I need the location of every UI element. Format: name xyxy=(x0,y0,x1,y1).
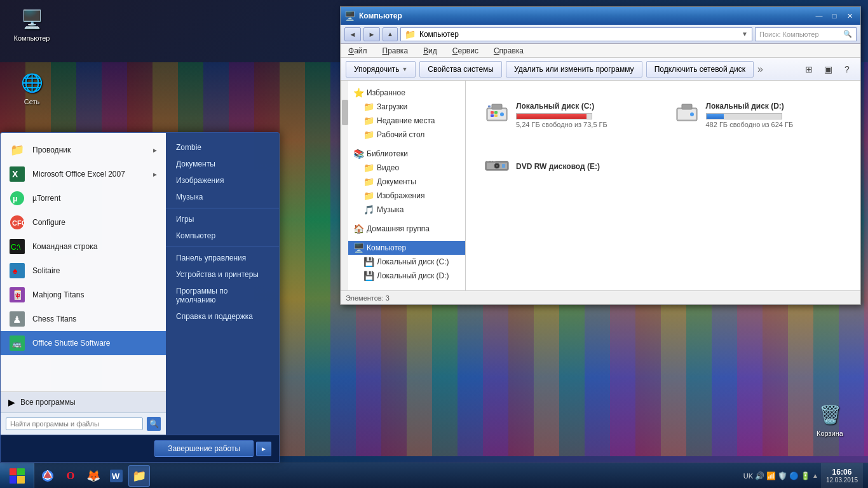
drive-d-icon xyxy=(674,99,700,130)
tree-item-d[interactable]: 💾 Локальный диск (D:) xyxy=(348,269,465,283)
show-hidden-icons[interactable]: ▲ xyxy=(812,472,818,479)
recycle-icon-label: Корзина xyxy=(817,430,843,437)
tray-icon-battery: 🔋 xyxy=(801,471,810,480)
svg-rect-7 xyxy=(491,114,494,117)
tree-item-documents[interactable]: 📁 Документы xyxy=(348,175,465,189)
right-music[interactable]: Музыка xyxy=(166,189,279,205)
tree-item-homegroup[interactable]: 🏠 Домашняя группа xyxy=(348,222,465,236)
forward-button[interactable]: ► xyxy=(363,27,380,41)
start-button[interactable] xyxy=(0,463,34,489)
right-documents[interactable]: Документы xyxy=(166,156,279,172)
explorer-app-name: Проводник xyxy=(32,146,71,154)
svg-point-16 xyxy=(496,165,498,167)
app-chess[interactable]: ♟ Chess Titans xyxy=(1,307,166,331)
tree-item-images[interactable]: 📁 Изображения xyxy=(348,189,465,203)
drive-d-item[interactable]: Локальный диск (D:) 482 ГБ свободно из 6… xyxy=(668,93,848,136)
svg-rect-18 xyxy=(502,164,505,168)
preview-pane-button[interactable]: ▣ xyxy=(820,61,836,78)
tree-item-computer[interactable]: 🖥️ Компьютер xyxy=(348,241,465,255)
network-drive-button[interactable]: Подключить сетевой диск xyxy=(646,61,754,78)
right-help[interactable]: Справка и поддержка xyxy=(166,308,279,325)
shutdown-options-button[interactable]: ► xyxy=(256,442,271,456)
clock-date: 12.03.2015 xyxy=(826,477,858,484)
organize-button[interactable]: Упорядочить ▼ xyxy=(346,61,416,78)
desktop-icon-computer[interactable]: 🖥️ Компьютер xyxy=(6,6,57,42)
app-shuttle[interactable]: 🚌 Office Shuttle Software xyxy=(1,331,166,355)
nav-scrollbar[interactable] xyxy=(341,81,348,290)
video-label: Видео xyxy=(377,163,399,172)
organize-arrow-icon: ▼ xyxy=(402,66,407,72)
tree-item-favorites[interactable]: ⭐ Избранное xyxy=(348,86,465,100)
menu-tools[interactable]: Сервис xyxy=(450,45,481,57)
right-devices[interactable]: Устройства и принтеры xyxy=(166,266,279,283)
details-pane-button[interactable]: ⊞ xyxy=(801,61,817,78)
drive-c-item[interactable]: Локальный диск (C:) 5,24 ГБ свободно из … xyxy=(478,93,658,136)
taskbar-opera[interactable]: O xyxy=(60,465,81,487)
homegroup-icon: 🏠 xyxy=(353,224,364,234)
more-commands-icon[interactable]: » xyxy=(757,64,763,75)
explorer-app-arrow: ► xyxy=(152,147,158,154)
files-area: Локальный диск (C:) 5,24 ГБ свободно из … xyxy=(466,81,860,290)
all-programs-button[interactable]: ▶ Все программы xyxy=(1,392,166,412)
right-control-panel[interactable]: Панель управления xyxy=(166,247,279,266)
excel-app-name: Microsoft Office Excel 2007 xyxy=(32,170,125,179)
system-properties-button[interactable]: Свойства системы xyxy=(419,61,502,78)
menu-view[interactable]: Вид xyxy=(421,45,440,57)
downloads-icon: 📁 xyxy=(363,102,374,112)
search-bar[interactable]: Поиск: Компьютер 🔍 xyxy=(755,27,857,41)
menu-file[interactable]: Файл xyxy=(346,45,370,57)
drive-d-tree-icon: 💾 xyxy=(363,271,374,281)
right-computer[interactable]: Компьютер xyxy=(166,227,279,244)
taskbar-firefox[interactable]: 🦊 xyxy=(83,465,104,487)
right-defaults[interactable]: Программы по умолчанию xyxy=(166,283,279,308)
shutdown-button[interactable]: Завершение работы xyxy=(154,440,254,457)
minimize-button[interactable]: — xyxy=(812,10,826,22)
back-button[interactable]: ◄ xyxy=(344,27,361,41)
taskbar-explorer[interactable]: 📁 xyxy=(128,465,150,487)
dvd-e-info: DVD RW дисковод (E:) xyxy=(516,162,600,173)
desktop-icon-network[interactable]: 🌐 Сеть xyxy=(6,70,57,105)
search-text: Поиск: Компьютер xyxy=(759,30,819,38)
tree-item-c[interactable]: 💾 Локальный диск (C:) xyxy=(348,255,465,269)
recent-label: Недавние места xyxy=(377,116,435,125)
dvd-e-item[interactable]: DVD DVD RW дисковод (E:) xyxy=(478,146,658,189)
taskbar-word[interactable]: W xyxy=(105,465,127,487)
chess-app-icon: ♟ xyxy=(8,310,26,328)
tree-item-libraries[interactable]: 📚 Библиотеки xyxy=(348,147,465,161)
excel-app-arrow: ► xyxy=(152,171,158,178)
close-button[interactable]: ✕ xyxy=(843,10,857,22)
app-mahjong[interactable]: 🀄 Mahjong Titans xyxy=(1,283,166,307)
address-text: Компьютер xyxy=(419,30,459,39)
excel-app-icon: X xyxy=(8,165,26,183)
uninstall-button[interactable]: Удалить или изменить программу xyxy=(506,61,642,78)
tree-item-downloads[interactable]: 📁 Загрузки xyxy=(348,100,465,114)
clock[interactable]: 16:06 12.03.2015 xyxy=(821,463,863,488)
right-images[interactable]: Изображения xyxy=(166,172,279,189)
search-submit-button[interactable]: 🔍 xyxy=(147,417,161,431)
desktop-icon-recycle[interactable]: 🗑️ Корзина xyxy=(804,402,855,437)
app-solitaire[interactable]: ♠ Solitaire xyxy=(1,259,166,283)
menu-edit[interactable]: Правка xyxy=(380,45,411,57)
app-excel[interactable]: X Microsoft Office Excel 2007 ► xyxy=(1,162,166,186)
tree-item-music[interactable]: 🎵 Музыка xyxy=(348,203,465,217)
address-bar[interactable]: 📁 Компьютер ▼ xyxy=(400,27,752,41)
uninstall-label: Удалить или изменить программу xyxy=(514,65,634,74)
right-games[interactable]: Игры xyxy=(166,208,279,227)
help-button[interactable]: ? xyxy=(839,61,855,78)
taskbar-chrome[interactable] xyxy=(37,465,58,487)
app-explorer[interactable]: 📁 Проводник ► xyxy=(1,138,166,162)
start-menu-main: 📁 Проводник ► X Microsoft Office Excel 2… xyxy=(1,133,279,435)
up-button[interactable]: ▲ xyxy=(383,27,398,41)
shuttle-app-name: Office Shuttle Software xyxy=(32,339,111,348)
shuttle-app-icon: 🚌 xyxy=(8,334,26,352)
right-zombie[interactable]: Zombie xyxy=(166,139,279,156)
app-cmd[interactable]: C:\ Командная строка xyxy=(1,234,166,259)
tree-item-recent[interactable]: 📁 Недавние места xyxy=(348,114,465,128)
tree-item-desktop[interactable]: 📁 Рабочий стол xyxy=(348,128,465,142)
search-input[interactable] xyxy=(6,417,143,430)
app-configure[interactable]: CFG Configure xyxy=(1,210,166,234)
maximize-button[interactable]: □ xyxy=(827,10,841,22)
app-utorrent[interactable]: µ µTorrent xyxy=(1,186,166,210)
menu-help[interactable]: Справка xyxy=(491,45,526,57)
tree-item-video[interactable]: 📁 Видео xyxy=(348,161,465,175)
